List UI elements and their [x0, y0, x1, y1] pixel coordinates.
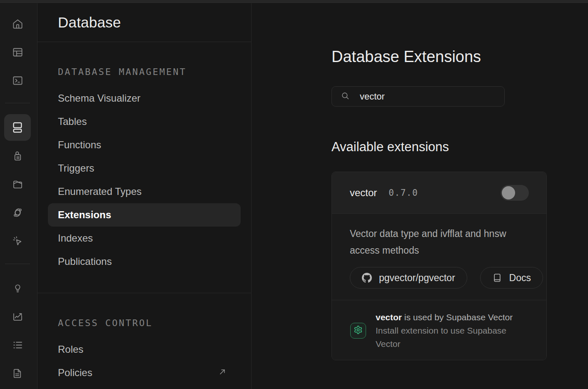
home-icon [12, 18, 23, 30]
sidebar-item-roles[interactable]: Roles [58, 338, 241, 361]
toggle-knob [502, 186, 515, 199]
page-title: Database Extensions [331, 47, 588, 67]
sidebar-item-indexes[interactable]: Indexes [58, 227, 241, 250]
table-editor-icon [12, 47, 23, 58]
github-icon [362, 273, 372, 283]
usage-note: vector is used by Supabase Vector Instal… [376, 311, 529, 351]
rail-database-button[interactable] [4, 114, 31, 141]
rail-edge-functions-button[interactable] [7, 202, 28, 223]
rail-table-editor-button[interactable] [7, 41, 28, 63]
usage-note-extension-name: vector [376, 312, 402, 322]
rail-auth-button[interactable] [7, 145, 28, 167]
rail-sql-editor-button[interactable] [7, 70, 28, 91]
database-icon [11, 121, 24, 134]
storage-icon [12, 179, 23, 190]
edge-functions-icon [12, 207, 23, 218]
rail-divider [5, 264, 30, 264]
sidebar-item-schema-visualizer[interactable]: Schema Visualizer [58, 87, 241, 110]
github-repo-button[interactable]: pgvector/pgvector [350, 267, 467, 289]
rail-reports-button[interactable] [7, 306, 28, 327]
sidebar-section-database-management: DATABASE MANAGEMENT Schema Visualizer Ta… [37, 42, 251, 273]
logs-icon [12, 339, 23, 351]
docs-button[interactable]: Docs [480, 267, 543, 289]
sidebar-item-extensions[interactable]: Extensions [48, 203, 241, 227]
extension-card-vector: vector 0.7.0 Vector data type and ivffla… [331, 172, 547, 360]
sidebar-item-functions[interactable]: Functions [58, 133, 241, 157]
extension-card-body: Vector data type and ivfflat and hnsw ac… [332, 213, 546, 300]
extension-enable-toggle[interactable] [501, 185, 529, 201]
sidebar-item-label: Policies [58, 367, 92, 379]
usage-note-install: Install extension to use Supabase Vector [376, 326, 506, 349]
reports-icon [12, 311, 23, 322]
realtime-icon [12, 235, 23, 247]
extension-card-footer: vector is used by Supabase Vector Instal… [332, 300, 546, 360]
rail-storage-button[interactable] [7, 173, 28, 195]
auth-icon [12, 150, 23, 162]
sidebar-item-policies[interactable]: Policies [58, 361, 241, 384]
sidebar-title: Database [58, 14, 121, 31]
search-input[interactable] [360, 91, 497, 102]
docs-label: Docs [509, 272, 531, 284]
available-extensions-heading: Available extensions [331, 138, 588, 156]
extensions-search-box[interactable] [331, 86, 505, 107]
extension-links-row: pgvector/pgvector Docs [350, 267, 543, 289]
book-icon [492, 273, 502, 283]
sql-editor-icon [12, 75, 23, 86]
extension-version: 0.7.0 [389, 188, 418, 198]
top-bar-edge [0, 0, 588, 3]
sidebar-item-tables[interactable]: Tables [58, 110, 241, 133]
gear-icon [354, 325, 363, 336]
usage-note-rest: is used by Supabase Vector [402, 312, 513, 322]
rail-api-docs-button[interactable] [7, 362, 28, 384]
external-link-icon [218, 367, 227, 379]
supabase-vector-icon-box [350, 323, 366, 339]
extension-description: Vector data type and ivfflat and hnsw ac… [350, 225, 518, 259]
sidebar-section-access-control: ACCESS CONTROL Roles Policies [37, 293, 251, 384]
sidebar-item-triggers[interactable]: Triggers [58, 157, 241, 180]
database-sidebar: Database DATABASE MANAGEMENT Schema Visu… [37, 3, 252, 389]
usage-note-line1: vector is used by Supabase Vector [376, 312, 513, 322]
section-header: ACCESS CONTROL [58, 318, 241, 328]
rail-advisors-button[interactable] [7, 277, 28, 299]
api-docs-icon [12, 368, 23, 379]
extension-name: vector [350, 187, 377, 199]
rail-realtime-button[interactable] [7, 230, 28, 252]
search-icon [341, 91, 350, 102]
rail-logs-button[interactable] [7, 334, 28, 356]
extension-card-header: vector 0.7.0 [332, 172, 546, 213]
supabase-studio-window: Database DATABASE MANAGEMENT Schema Visu… [0, 0, 588, 389]
sidebar-item-enumerated-types[interactable]: Enumerated Types [58, 180, 241, 203]
rail-divider [5, 103, 30, 103]
primary-icon-rail [0, 3, 37, 389]
sidebar-item-publications[interactable]: Publications [58, 250, 241, 273]
main-content: Database Extensions Available extensions… [252, 3, 588, 389]
advisors-icon [12, 282, 23, 294]
sidebar-title-row: Database [37, 3, 251, 42]
rail-home-button[interactable] [7, 13, 28, 35]
github-repo-label: pgvector/pgvector [379, 272, 455, 284]
section-header: DATABASE MANAGEMENT [58, 67, 241, 77]
